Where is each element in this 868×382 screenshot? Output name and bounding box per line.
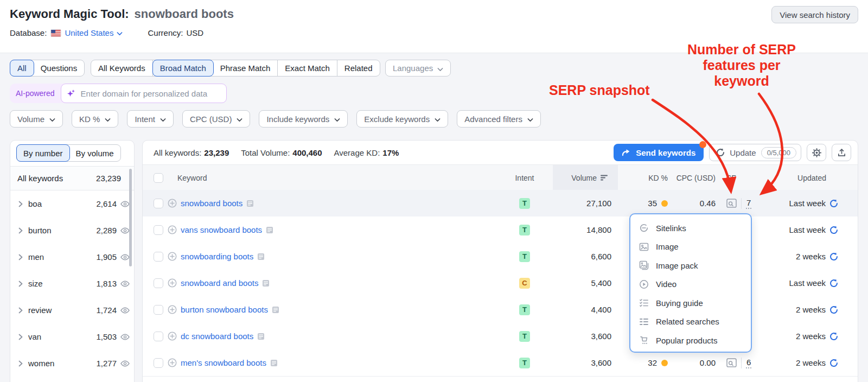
chevron-down-icon	[105, 114, 111, 124]
row-checkbox[interactable]	[154, 305, 163, 315]
group-row-van[interactable]: van 1,503	[10, 323, 134, 350]
refresh-icon[interactable]	[829, 332, 838, 341]
keyword-link[interactable]: snowboard boots	[181, 199, 242, 208]
volume-value: 3,600	[591, 323, 611, 349]
refresh-icon[interactable]	[829, 199, 838, 208]
chevron-right-icon[interactable]	[18, 307, 23, 314]
keyword-link[interactable]: burton snowboard boots	[181, 305, 268, 314]
intent-filter-dropdown[interactable]: Intent	[127, 110, 174, 128]
advanced-filters-dropdown[interactable]: Advanced filters	[457, 110, 541, 128]
serp-layout-icon[interactable]	[270, 359, 278, 367]
add-keyword-icon[interactable]	[168, 199, 177, 208]
eye-icon[interactable]	[120, 334, 130, 340]
chevron-right-icon[interactable]	[18, 360, 23, 367]
add-keyword-icon[interactable]	[168, 225, 177, 234]
row-checkbox[interactable]	[154, 252, 163, 262]
keyword-link[interactable]: snowboard and boots	[181, 278, 258, 288]
sf-count[interactable]: 6	[746, 358, 751, 368]
table-row[interactable]: men's snowboard boots T 3,600 32 0.00 6 …	[143, 349, 858, 377]
serp-layout-icon[interactable]	[262, 279, 270, 287]
serp-snapshot-icon[interactable]	[726, 358, 737, 367]
refresh-icon[interactable]	[829, 359, 838, 367]
tab-exact-match[interactable]: Exact Match	[278, 60, 337, 76]
exclude-keywords-dropdown[interactable]: Exclude keywords	[356, 110, 448, 128]
serp-layout-icon[interactable]	[246, 200, 254, 207]
tab-related[interactable]: Related	[337, 60, 380, 76]
group-row-men[interactable]: men 1,905	[10, 244, 134, 270]
eye-icon[interactable]	[120, 227, 130, 234]
serp-snapshot-icon[interactable]	[726, 199, 737, 208]
row-checkbox[interactable]	[154, 332, 163, 341]
domain-input[interactable]	[80, 88, 221, 99]
column-header-sf[interactable]: SF	[726, 165, 736, 190]
tab-all[interactable]: All	[10, 60, 34, 77]
column-header-kd[interactable]: KD %	[648, 165, 668, 190]
view-search-history-button[interactable]: View search history	[771, 6, 858, 23]
add-keyword-icon[interactable]	[168, 278, 177, 288]
eye-icon[interactable]	[120, 281, 130, 287]
column-header-volume[interactable]: Volume	[571, 165, 608, 190]
add-keyword-icon[interactable]	[168, 252, 177, 261]
select-all-checkbox[interactable]	[154, 173, 163, 183]
chevron-right-icon[interactable]	[18, 201, 23, 207]
row-checkbox[interactable]	[154, 199, 163, 208]
export-button[interactable]	[832, 144, 851, 161]
column-header-updated[interactable]: Updated	[797, 165, 826, 190]
eye-icon[interactable]	[120, 360, 130, 367]
row-checkbox[interactable]	[154, 358, 163, 368]
add-keyword-icon[interactable]	[168, 332, 177, 341]
row-checkbox[interactable]	[154, 225, 163, 235]
languages-dropdown[interactable]: Languages	[385, 60, 451, 77]
kd-filter-dropdown[interactable]: KD %	[72, 110, 118, 128]
update-button[interactable]: Update 0/5,000	[709, 144, 801, 161]
chevron-right-icon[interactable]	[18, 254, 23, 260]
group-row-boa[interactable]: boa 2,614	[10, 190, 134, 217]
eye-icon[interactable]	[120, 254, 130, 260]
tab-all-keywords[interactable]: All Keywords	[91, 60, 153, 76]
filter-label: CPC (USD)	[190, 114, 232, 124]
table-row[interactable]: snowboard boots T 27,100 35 0.46 7 Last …	[143, 190, 858, 217]
chevron-right-icon[interactable]	[18, 334, 23, 340]
cpc-filter-dropdown[interactable]: CPC (USD)	[182, 110, 251, 128]
refresh-icon[interactable]	[829, 279, 838, 288]
chevron-right-icon[interactable]	[18, 227, 23, 234]
tab-phrase-match[interactable]: Phrase Match	[213, 60, 278, 76]
refresh-icon[interactable]	[829, 252, 838, 261]
group-row-burton[interactable]: burton 2,289	[10, 217, 134, 244]
keyword-link[interactable]: vans snowboard boots	[181, 225, 262, 234]
group-row-size[interactable]: size 1,813	[10, 270, 134, 297]
settings-button[interactable]	[807, 144, 826, 161]
database-select[interactable]: United States	[50, 28, 123, 37]
add-keyword-icon[interactable]	[168, 358, 177, 367]
tab-questions[interactable]: Questions	[34, 60, 85, 76]
column-header-keyword[interactable]: Keyword	[177, 165, 207, 190]
eye-icon[interactable]	[120, 307, 130, 314]
column-header-cpc[interactable]: CPC (USD)	[676, 165, 716, 190]
by-volume-tab[interactable]: By volume	[69, 145, 120, 161]
add-keyword-icon[interactable]	[168, 305, 177, 314]
eye-icon[interactable]	[120, 201, 130, 207]
serp-layout-icon[interactable]	[272, 306, 279, 314]
tab-broad-match[interactable]: Broad Match	[152, 60, 214, 77]
serp-layout-icon[interactable]	[257, 333, 265, 340]
refresh-icon[interactable]	[829, 226, 838, 234]
send-keywords-button[interactable]: Send keywords	[614, 144, 704, 161]
keyword-link[interactable]: men's snowboard boots	[181, 358, 266, 367]
group-row-review[interactable]: review 1,724	[10, 297, 134, 323]
column-label: Volume	[571, 174, 597, 182]
row-checkbox[interactable]	[154, 278, 163, 288]
serp-layout-icon[interactable]	[257, 253, 265, 260]
column-header-intent[interactable]: Intent	[508, 165, 541, 190]
serp-layout-icon[interactable]	[266, 226, 273, 234]
sidebar-scrollbar[interactable]	[129, 169, 132, 266]
by-number-tab[interactable]: By number	[16, 144, 70, 162]
sf-count[interactable]: 7	[746, 198, 751, 209]
chevron-right-icon[interactable]	[18, 281, 23, 287]
keyword-link[interactable]: dc snowboard boots	[181, 332, 253, 341]
refresh-icon[interactable]	[829, 305, 838, 314]
group-row-women[interactable]: women 1,277	[10, 350, 134, 377]
all-keywords-group[interactable]: All keywords 23,239	[10, 166, 134, 190]
include-keywords-dropdown[interactable]: Include keywords	[259, 110, 348, 128]
keyword-link[interactable]: snowboarding boots	[181, 252, 253, 261]
volume-filter-dropdown[interactable]: Volume	[10, 110, 63, 128]
